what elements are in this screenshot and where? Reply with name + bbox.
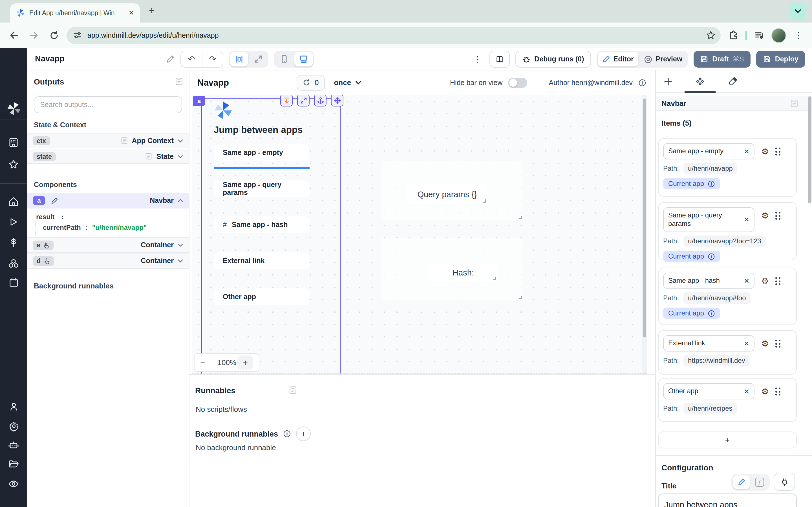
chevron-down-icon[interactable] — [177, 139, 183, 142]
path-value[interactable]: u/henri/navapp#foo — [683, 292, 751, 304]
chevron-down-icon[interactable] — [177, 155, 183, 158]
zoom-in-button[interactable]: + — [238, 355, 253, 370]
anchor-handle-icon[interactable] — [314, 95, 326, 107]
runs-play-icon[interactable] — [7, 215, 20, 229]
path-value[interactable]: u/henri/navapp — [683, 163, 737, 174]
add-background-runnable-button[interactable]: + — [296, 427, 311, 441]
component-a-row[interactable]: a Navbar — [27, 193, 189, 209]
debug-runs-button[interactable]: Debug runs (0) — [515, 51, 591, 68]
nav-item-query-params[interactable]: Same app - query params — [214, 180, 310, 197]
search-outputs-input[interactable] — [34, 96, 182, 113]
drag-handle-icon[interactable] — [776, 148, 780, 156]
edit-title-pencil-icon[interactable] — [166, 55, 175, 64]
item-settings-gear-icon[interactable]: ⚙ — [761, 339, 769, 349]
preview-tab[interactable]: Preview — [640, 52, 687, 66]
path-value[interactable]: u/henri/recipes — [683, 403, 737, 414]
item-settings-gear-icon[interactable]: ⚙ — [761, 386, 769, 397]
state-row[interactable]: state State — [27, 149, 189, 164]
bookmark-star-icon[interactable] — [703, 27, 718, 43]
chevron-up-icon[interactable] — [177, 199, 183, 202]
undo-button[interactable]: ↶ — [181, 51, 202, 67]
drag-handle-icon[interactable] — [776, 212, 780, 220]
settings-scrollbar-thumb[interactable] — [808, 96, 811, 203]
settings-tab-components-icon[interactable] — [693, 75, 707, 89]
move-handle-icon[interactable] — [331, 95, 343, 107]
item-label-input[interactable]: External link ✕ — [663, 335, 755, 351]
extensions-icon[interactable] — [725, 27, 741, 43]
style-tab-brush-icon[interactable] — [726, 75, 739, 89]
run-mode-select[interactable]: once — [334, 78, 361, 87]
outputs-doc-icon[interactable] — [175, 77, 183, 86]
site-settings-icon[interactable] — [73, 31, 82, 40]
more-menu-icon[interactable]: ⋮ — [471, 55, 484, 64]
canvas-scrollbar[interactable] — [642, 95, 647, 374]
favorites-star-icon[interactable] — [7, 158, 20, 171]
author-info-icon[interactable] — [638, 78, 646, 87]
ctx-row[interactable]: ctx App Context — [27, 133, 189, 148]
workers-robot-icon[interactable] — [7, 438, 20, 452]
back-icon[interactable] — [6, 27, 21, 43]
forward-icon[interactable] — [26, 27, 42, 43]
resize-handle[interactable] — [483, 200, 486, 203]
component-d-row[interactable]: d Container — [27, 253, 189, 269]
home-icon[interactable] — [7, 195, 20, 209]
resize-handle[interactable] — [493, 277, 496, 280]
resources-cubes-icon[interactable] — [7, 257, 20, 270]
component-a-pencil-icon[interactable] — [49, 195, 60, 206]
currentpath-row[interactable]: currentPath : "u/henri/navapp" — [43, 224, 147, 231]
item-settings-gear-icon[interactable]: ⚙ — [761, 147, 769, 157]
item-label-input[interactable]: Same app - empty ✕ — [663, 143, 755, 159]
component-doc-icon[interactable] — [790, 99, 799, 107]
reload-icon[interactable] — [46, 27, 62, 43]
static-mode-pencil-icon[interactable] — [733, 475, 750, 489]
refresh-button[interactable]: 0 — [297, 75, 325, 91]
clear-icon[interactable]: ✕ — [744, 339, 749, 347]
expand-handle-icon[interactable] — [297, 95, 310, 107]
insert-below-handle-icon[interactable] — [280, 95, 293, 107]
drag-handle-icon[interactable] — [776, 340, 780, 348]
item-label-input[interactable]: Other app ✕ — [663, 383, 755, 399]
nav-item-other-app[interactable]: Other app — [214, 288, 310, 305]
insert-tab-plus-icon[interactable] — [661, 75, 675, 89]
docs-book-button[interactable] — [489, 51, 509, 68]
mobile-view-button[interactable] — [275, 52, 293, 66]
item-settings-gear-icon[interactable]: ⚙ — [761, 276, 769, 286]
nav-item-external-link[interactable]: External link — [214, 252, 310, 269]
canvas-scrollbar-thumb[interactable] — [643, 99, 646, 337]
drag-handle-icon[interactable] — [776, 388, 780, 395]
editor-tab[interactable]: Editor — [598, 52, 638, 66]
item-label-input[interactable]: Same app - query params ✕ — [663, 207, 755, 232]
full-width-button[interactable] — [249, 52, 267, 66]
url-bar[interactable]: app.windmill.dev/apps/edit/u/henri/navap… — [66, 27, 721, 44]
background-runnables-info-icon[interactable] — [283, 430, 291, 438]
component-tag[interactable]: a — [193, 96, 205, 106]
title-value-input[interactable] — [658, 494, 797, 507]
browser-tab[interactable]: Edit App u/henri/navapp | Win ✕ — [10, 3, 140, 22]
workspace-icon[interactable] — [7, 136, 20, 149]
desktop-view-button[interactable] — [294, 52, 313, 66]
browser-menu-icon[interactable]: ⋮ — [791, 27, 806, 43]
path-value[interactable]: u/henri/navapp?foo=123 — [683, 235, 766, 247]
nav-item-same-app-empty[interactable]: Same app - empty — [214, 144, 310, 161]
nav-item-hash[interactable]: # Same app - hash — [214, 216, 310, 233]
redo-button[interactable]: ↷ — [202, 51, 223, 67]
item-label-input[interactable]: Same app - hash ✕ — [663, 273, 755, 289]
item-settings-gear-icon[interactable]: ⚙ — [761, 211, 769, 221]
clear-icon[interactable]: ✕ — [744, 277, 749, 285]
avatar[interactable] — [771, 28, 786, 43]
tab-close-icon[interactable]: ✕ — [129, 9, 134, 17]
chevron-down-icon[interactable] — [177, 259, 183, 263]
draft-button[interactable]: Draft ⌘S — [694, 51, 751, 68]
component-e-row[interactable]: e Container — [27, 237, 189, 253]
windmill-logo-icon[interactable] — [7, 101, 20, 115]
settings-gear-icon[interactable] — [7, 419, 20, 433]
audit-eye-icon[interactable] — [7, 477, 20, 491]
add-item-button[interactable]: + — [658, 432, 797, 448]
chrome-chevron-down-icon[interactable] — [790, 3, 806, 20]
users-icon[interactable] — [7, 400, 20, 413]
centered-width-button[interactable] — [230, 52, 248, 66]
clear-icon[interactable]: ✕ — [744, 387, 749, 395]
new-tab-button[interactable]: + — [149, 5, 154, 16]
variables-dollar-icon[interactable] — [7, 235, 20, 249]
media-playlist-icon[interactable] — [751, 27, 767, 43]
